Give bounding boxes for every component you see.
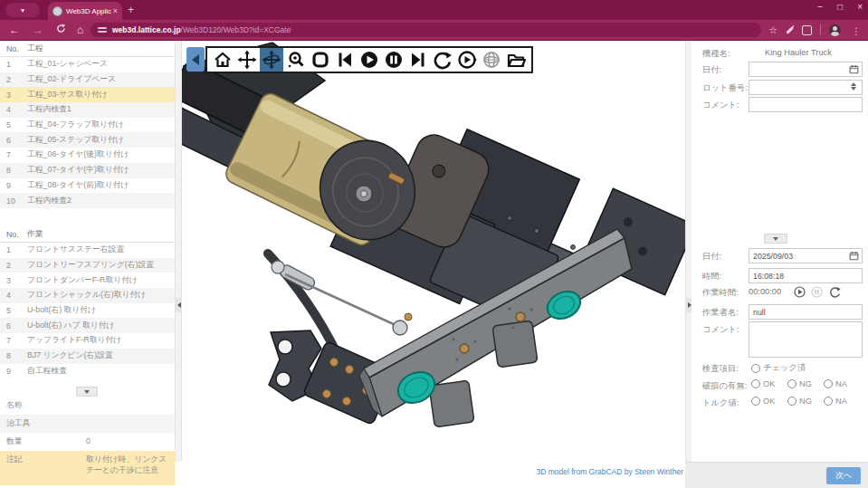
- damage-ok-radio[interactable]: OK: [751, 379, 775, 388]
- calendar-icon[interactable]: [849, 251, 859, 261]
- kebab-menu-icon[interactable]: ⋮: [852, 24, 861, 39]
- window-minimize-button[interactable]: −: [817, 2, 823, 12]
- detail-label: 治工具: [0, 415, 86, 433]
- process-row-10[interactable]: 10工程内検査2: [0, 193, 175, 208]
- stop-button[interactable]: [309, 48, 332, 72]
- work-row-6[interactable]: 6U-bolt(右) ハブ 取り付け: [0, 318, 175, 333]
- process-row-6[interactable]: 6工程_05-ステップ取り付け: [0, 132, 175, 148]
- torque-na-radio[interactable]: NA: [824, 397, 847, 406]
- detail-value: 0: [86, 433, 175, 451]
- row-name: フロントリーフスプリング(右)設置: [25, 260, 175, 271]
- process-row-5[interactable]: 5工程_04-フラップ取り付け: [0, 118, 175, 133]
- work-row-5[interactable]: 5U-bolt(右) 取り付け: [0, 303, 175, 319]
- process-row-1[interactable]: 1工程_01-シャシベース: [0, 57, 175, 72]
- pause-button[interactable]: [382, 48, 405, 72]
- open-folder-button[interactable]: [504, 48, 528, 72]
- address-bar[interactable]: web3d.lattice.co.jp/Web3D120/Web3D?id=XC…: [91, 23, 761, 37]
- row-name: 工程_05-ステップ取り付け: [25, 135, 175, 146]
- model-credit-link[interactable]: 3D model from GrabCAD by Steen Winther: [536, 467, 683, 476]
- date-label: 日付:: [702, 251, 721, 263]
- tab-close-icon[interactable]: ×: [113, 6, 118, 15]
- back-button[interactable]: ←: [9, 23, 20, 37]
- home-view-button[interactable]: [211, 48, 234, 72]
- toolbar-collapse-handle[interactable]: [186, 47, 205, 72]
- comment-textarea[interactable]: [749, 321, 863, 358]
- lot-number-label: ロット番号:: [702, 82, 748, 94]
- profile-avatar[interactable]: [829, 24, 841, 36]
- time-input[interactable]: [749, 268, 863, 283]
- left-panel-collapse-button[interactable]: [176, 298, 182, 312]
- wire-sphere-button[interactable]: [480, 48, 503, 72]
- work-row-8[interactable]: 8BJ7 リンクピン(右)設置: [0, 349, 175, 364]
- tab-search-chevron-icon[interactable]: ▾: [5, 3, 40, 17]
- date-input[interactable]: [749, 248, 863, 263]
- section-collapse-button[interactable]: [764, 234, 787, 244]
- orbit-button-selected[interactable]: [260, 48, 283, 72]
- browser-tab[interactable]: Web3D Application ×: [48, 2, 122, 20]
- process-row-4[interactable]: 4工程内検査1: [0, 102, 175, 118]
- row-no: 2: [0, 75, 25, 84]
- worker-name-input[interactable]: [749, 304, 863, 320]
- process-row-3-selected[interactable]: 3工程_03-サス取り付け: [0, 87, 175, 102]
- work-row-1[interactable]: 1フロントサスステー右設置: [0, 243, 175, 258]
- lot-number-input[interactable]: [749, 80, 863, 95]
- damage-ng-radio[interactable]: NG: [787, 379, 812, 388]
- pen-icon[interactable]: [786, 26, 793, 33]
- comment-input-top[interactable]: [749, 97, 863, 112]
- pan-button[interactable]: [235, 48, 259, 72]
- torque-ng-radio[interactable]: NG: [787, 397, 812, 406]
- replay-button[interactable]: [431, 48, 454, 72]
- viewport-3d: 3D model from GrabCAD by Steen Winther: [182, 41, 685, 488]
- motor-cylinder: [223, 91, 427, 252]
- bookmark-star-icon[interactable]: ☆: [768, 24, 777, 36]
- work-table-collapse-button[interactable]: [76, 387, 98, 397]
- col-process: 工程: [25, 43, 175, 54]
- spinner-icon[interactable]: [851, 82, 856, 91]
- row-no: 3: [0, 91, 25, 100]
- row-name: 工程_04-フラップ取り付け: [25, 120, 175, 130]
- work-row-7[interactable]: 7アップライトF-R取り付け: [0, 333, 175, 349]
- row-name: BJ7 リンクピン(右)設置: [25, 350, 175, 361]
- radio-icon: [824, 397, 833, 406]
- process-row-2[interactable]: 2工程_02-ドライブベース: [0, 72, 175, 88]
- tab-box-icon[interactable]: [802, 25, 812, 35]
- detail-row-jig: 治工具: [0, 415, 175, 433]
- reload-icon: [56, 24, 66, 33]
- torque-ok-radio[interactable]: OK: [751, 397, 775, 406]
- left-splitter[interactable]: [175, 41, 182, 462]
- reload-button[interactable]: [56, 23, 66, 37]
- home-button[interactable]: ⌂: [77, 23, 83, 37]
- detail-label: 数量: [0, 433, 86, 451]
- process-row-9[interactable]: 9工程_08-タイヤ(前)取り付け: [0, 178, 175, 194]
- forward-button[interactable]: →: [33, 23, 43, 37]
- process-row-7[interactable]: 7工程_06-タイヤ(後)取り付け: [0, 148, 175, 163]
- work-row-2[interactable]: 2フロントリーフスプリング(右)設置: [0, 258, 175, 273]
- date-input-top[interactable]: [749, 62, 863, 77]
- site-info-icon[interactable]: [98, 26, 107, 33]
- window-maximize-button[interactable]: □: [837, 2, 843, 12]
- skip-end-button[interactable]: [406, 48, 430, 72]
- timer-play-icon[interactable]: [794, 286, 806, 298]
- process-row-8[interactable]: 8工程_07-タイヤ(中)取り付け: [0, 163, 175, 178]
- play-button[interactable]: [358, 48, 381, 72]
- window-close-button[interactable]: ×: [857, 2, 863, 12]
- row-no: 4: [0, 105, 25, 114]
- detail-value: [86, 415, 175, 422]
- next-button[interactable]: 次へ: [826, 467, 861, 484]
- timer-pause-icon[interactable]: [811, 286, 823, 298]
- work-row-3[interactable]: 3フロントダンパーF-R取り付け: [0, 273, 175, 288]
- comment-label: コメント:: [702, 324, 739, 336]
- work-row-9[interactable]: 9自工程検査: [0, 364, 175, 379]
- skip-start-button[interactable]: [333, 48, 357, 72]
- work-row-4[interactable]: 4フロントシャックル(右)取り付け: [0, 288, 175, 303]
- 3d-model-canvas[interactable]: [182, 41, 685, 488]
- torque-label: トルク値:: [702, 397, 739, 409]
- timer-reset-icon[interactable]: [829, 286, 841, 298]
- new-tab-button[interactable]: +: [128, 4, 134, 16]
- inspection-checked-radio[interactable]: チェック済: [751, 362, 806, 374]
- play-loop-button[interactable]: [455, 48, 479, 72]
- worker-name-label: 作業者名:: [702, 307, 739, 319]
- calendar-icon[interactable]: [849, 64, 859, 74]
- damage-na-radio[interactable]: NA: [824, 379, 847, 388]
- zoom-button[interactable]: [284, 48, 308, 72]
